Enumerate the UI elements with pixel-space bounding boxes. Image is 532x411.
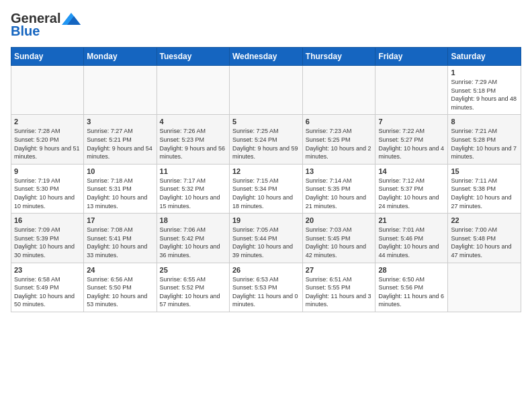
column-header-saturday: Saturday <box>448 48 521 66</box>
day-number: 20 <box>306 216 373 224</box>
day-number: 27 <box>306 266 373 274</box>
day-number: 4 <box>160 118 226 126</box>
day-number: 5 <box>232 118 300 126</box>
calendar-cell: 4Sunrise: 7:26 AM Sunset: 5:23 PM Daylig… <box>157 115 229 164</box>
day-info: Sunrise: 7:28 AM Sunset: 5:20 PM Dayligh… <box>14 127 81 161</box>
calendar-cell <box>302 66 375 115</box>
calendar-cell: 12Sunrise: 7:15 AM Sunset: 5:34 PM Dayli… <box>229 164 302 213</box>
day-number: 10 <box>87 167 153 175</box>
day-number: 18 <box>160 216 226 224</box>
day-info: Sunrise: 7:11 AM Sunset: 5:38 PM Dayligh… <box>451 177 518 210</box>
calendar-week-4: 16Sunrise: 7:09 AM Sunset: 5:39 PM Dayli… <box>11 214 521 263</box>
day-info: Sunrise: 7:06 AM Sunset: 5:42 PM Dayligh… <box>160 226 226 259</box>
day-number: 21 <box>378 216 445 224</box>
column-header-friday: Friday <box>375 48 448 66</box>
day-info: Sunrise: 7:29 AM Sunset: 5:18 PM Dayligh… <box>451 78 518 111</box>
calendar-cell: 7Sunrise: 7:22 AM Sunset: 5:27 PM Daylig… <box>375 115 448 164</box>
calendar-cell: 18Sunrise: 7:06 AM Sunset: 5:42 PM Dayli… <box>157 214 229 263</box>
day-number: 1 <box>451 68 518 77</box>
day-number: 25 <box>160 266 226 274</box>
day-info: Sunrise: 6:56 AM Sunset: 5:50 PM Dayligh… <box>87 275 153 309</box>
calendar-cell: 10Sunrise: 7:18 AM Sunset: 5:31 PM Dayli… <box>84 164 157 213</box>
calendar-cell <box>11 66 84 115</box>
day-number: 16 <box>14 216 81 224</box>
calendar-cell <box>84 66 157 115</box>
calendar-cell: 19Sunrise: 7:05 AM Sunset: 5:44 PM Dayli… <box>229 214 302 263</box>
day-info: Sunrise: 7:27 AM Sunset: 5:21 PM Dayligh… <box>87 127 153 161</box>
day-number: 12 <box>232 167 300 175</box>
column-header-wednesday: Wednesday <box>229 48 302 66</box>
calendar-cell: 2Sunrise: 7:28 AM Sunset: 5:20 PM Daylig… <box>11 115 84 164</box>
day-info: Sunrise: 7:25 AM Sunset: 5:24 PM Dayligh… <box>232 127 300 161</box>
calendar-cell: 28Sunrise: 6:50 AM Sunset: 5:56 PM Dayli… <box>375 263 448 312</box>
day-info: Sunrise: 7:14 AM Sunset: 5:35 PM Dayligh… <box>306 177 373 210</box>
day-info: Sunrise: 7:23 AM Sunset: 5:25 PM Dayligh… <box>306 127 373 161</box>
day-info: Sunrise: 7:05 AM Sunset: 5:44 PM Dayligh… <box>232 226 300 259</box>
day-info: Sunrise: 7:17 AM Sunset: 5:32 PM Dayligh… <box>160 177 226 210</box>
calendar-cell: 26Sunrise: 6:53 AM Sunset: 5:53 PM Dayli… <box>229 263 302 312</box>
calendar-cell: 1Sunrise: 7:29 AM Sunset: 5:18 PM Daylig… <box>448 66 521 115</box>
day-info: Sunrise: 6:55 AM Sunset: 5:52 PM Dayligh… <box>160 275 226 309</box>
day-info: Sunrise: 7:22 AM Sunset: 5:27 PM Dayligh… <box>378 127 445 161</box>
logo: General Blue <box>11 11 81 39</box>
calendar-cell: 5Sunrise: 7:25 AM Sunset: 5:24 PM Daylig… <box>229 115 302 164</box>
calendar-cell: 9Sunrise: 7:19 AM Sunset: 5:30 PM Daylig… <box>11 164 84 213</box>
day-info: Sunrise: 7:12 AM Sunset: 5:37 PM Dayligh… <box>378 177 445 210</box>
calendar-week-3: 9Sunrise: 7:19 AM Sunset: 5:30 PM Daylig… <box>11 164 521 213</box>
day-info: Sunrise: 7:21 AM Sunset: 5:28 PM Dayligh… <box>451 127 518 161</box>
calendar-cell: 14Sunrise: 7:12 AM Sunset: 5:37 PM Dayli… <box>375 164 448 213</box>
day-number: 9 <box>14 167 81 175</box>
day-info: Sunrise: 7:18 AM Sunset: 5:31 PM Dayligh… <box>87 177 153 210</box>
day-info: Sunrise: 7:00 AM Sunset: 5:48 PM Dayligh… <box>451 226 518 259</box>
day-number: 7 <box>378 118 445 126</box>
calendar-table: SundayMondayTuesdayWednesdayThursdayFrid… <box>11 47 521 312</box>
day-info: Sunrise: 7:19 AM Sunset: 5:30 PM Dayligh… <box>14 177 81 210</box>
day-number: 24 <box>87 266 153 274</box>
column-header-sunday: Sunday <box>11 48 84 66</box>
calendar-cell <box>157 66 229 115</box>
day-number: 19 <box>232 216 300 224</box>
day-number: 11 <box>160 167 226 175</box>
day-info: Sunrise: 7:09 AM Sunset: 5:39 PM Dayligh… <box>14 226 81 259</box>
calendar-cell: 21Sunrise: 7:01 AM Sunset: 5:46 PM Dayli… <box>375 214 448 263</box>
column-header-thursday: Thursday <box>302 48 375 66</box>
calendar-cell <box>229 66 302 115</box>
column-header-tuesday: Tuesday <box>157 48 229 66</box>
day-info: Sunrise: 7:03 AM Sunset: 5:45 PM Dayligh… <box>306 226 373 259</box>
day-number: 13 <box>306 167 373 175</box>
day-number: 15 <box>451 167 518 175</box>
day-number: 14 <box>378 167 445 175</box>
calendar-cell: 17Sunrise: 7:08 AM Sunset: 5:41 PM Dayli… <box>84 214 157 263</box>
day-number: 23 <box>14 266 81 274</box>
day-info: Sunrise: 7:15 AM Sunset: 5:34 PM Dayligh… <box>232 177 300 210</box>
calendar-cell: 13Sunrise: 7:14 AM Sunset: 5:35 PM Dayli… <box>302 164 375 213</box>
calendar-week-2: 2Sunrise: 7:28 AM Sunset: 5:20 PM Daylig… <box>11 115 521 164</box>
calendar-cell: 8Sunrise: 7:21 AM Sunset: 5:28 PM Daylig… <box>448 115 521 164</box>
calendar-cell: 27Sunrise: 6:51 AM Sunset: 5:55 PM Dayli… <box>302 263 375 312</box>
page-header: General Blue <box>11 11 521 39</box>
day-info: Sunrise: 6:53 AM Sunset: 5:53 PM Dayligh… <box>232 275 300 309</box>
calendar-cell: 23Sunrise: 6:58 AM Sunset: 5:49 PM Dayli… <box>11 263 84 312</box>
calendar-header-row: SundayMondayTuesdayWednesdayThursdayFrid… <box>11 48 521 66</box>
day-number: 2 <box>14 118 81 126</box>
calendar-cell: 6Sunrise: 7:23 AM Sunset: 5:25 PM Daylig… <box>302 115 375 164</box>
logo-blue: Blue <box>11 24 40 39</box>
day-number: 28 <box>378 266 445 274</box>
day-info: Sunrise: 6:58 AM Sunset: 5:49 PM Dayligh… <box>14 275 81 309</box>
calendar-cell: 11Sunrise: 7:17 AM Sunset: 5:32 PM Dayli… <box>157 164 229 213</box>
day-info: Sunrise: 7:08 AM Sunset: 5:41 PM Dayligh… <box>87 226 153 259</box>
calendar-week-5: 23Sunrise: 6:58 AM Sunset: 5:49 PM Dayli… <box>11 263 521 312</box>
calendar-cell: 24Sunrise: 6:56 AM Sunset: 5:50 PM Dayli… <box>84 263 157 312</box>
column-header-monday: Monday <box>84 48 157 66</box>
day-info: Sunrise: 6:50 AM Sunset: 5:56 PM Dayligh… <box>378 275 445 309</box>
day-info: Sunrise: 6:51 AM Sunset: 5:55 PM Dayligh… <box>306 275 373 309</box>
calendar-cell: 15Sunrise: 7:11 AM Sunset: 5:38 PM Dayli… <box>448 164 521 213</box>
calendar-cell: 3Sunrise: 7:27 AM Sunset: 5:21 PM Daylig… <box>84 115 157 164</box>
calendar-cell <box>448 263 521 312</box>
day-number: 26 <box>232 266 300 274</box>
day-info: Sunrise: 7:01 AM Sunset: 5:46 PM Dayligh… <box>378 226 445 259</box>
day-number: 17 <box>87 216 153 224</box>
calendar-cell: 22Sunrise: 7:00 AM Sunset: 5:48 PM Dayli… <box>448 214 521 263</box>
calendar-cell: 20Sunrise: 7:03 AM Sunset: 5:45 PM Dayli… <box>302 214 375 263</box>
calendar-cell: 16Sunrise: 7:09 AM Sunset: 5:39 PM Dayli… <box>11 214 84 263</box>
